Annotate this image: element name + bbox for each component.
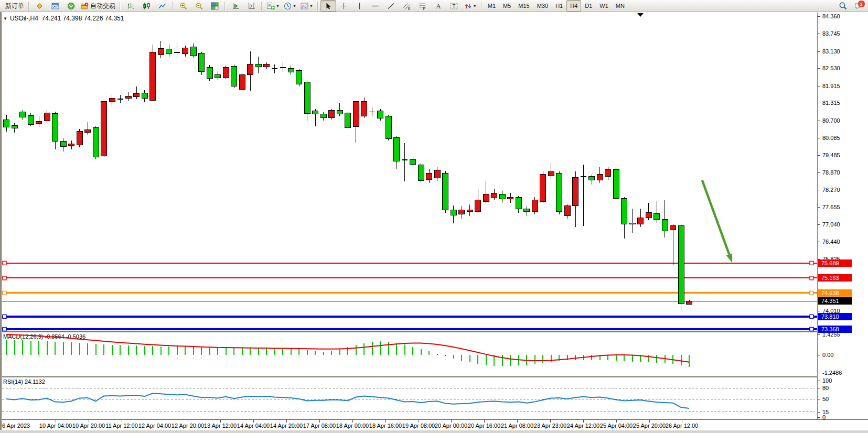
hline-icon <box>371 2 379 10</box>
chart-shift-button[interactable] <box>243 0 259 12</box>
line-chart-button[interactable] <box>154 0 170 12</box>
hline-price-badge: 73.810 <box>818 313 852 320</box>
search-button[interactable] <box>835 0 851 12</box>
signals-button[interactable] <box>63 0 79 12</box>
text-icon: A <box>434 2 442 10</box>
line-handle[interactable] <box>810 261 813 265</box>
line-handle[interactable] <box>3 261 6 265</box>
timeframe-h1-button[interactable]: H1 <box>552 0 566 12</box>
hline-price-badge: 75.163 <box>818 274 852 282</box>
chevron-down-icon[interactable]: ▼ <box>276 4 280 8</box>
timeframe-m5-button[interactable]: M5 <box>499 0 515 12</box>
bottom-strip <box>0 430 868 433</box>
timeframe-mn-button[interactable]: MN <box>612 0 628 12</box>
chevron-down-icon[interactable]: ▼ <box>293 4 296 8</box>
macd-canvas[interactable] <box>0 332 817 376</box>
price-tick-mark <box>818 34 820 34</box>
time-axis-label: 12 Apr 04:00 <box>138 423 171 429</box>
price-tick-mark <box>818 311 820 311</box>
line-handle[interactable] <box>810 315 813 318</box>
price-tick-mark <box>818 207 820 208</box>
arrows-button[interactable]: ▼ <box>462 0 479 12</box>
market-watch-button[interactable] <box>31 0 47 12</box>
autotrading-button-label: 自动交易 <box>90 2 115 10</box>
price-tick-label: 83.130 <box>822 48 840 55</box>
time-axis-label: 20 Apr 16:00 <box>468 423 500 429</box>
chat-icon-wrap: 1 <box>854 2 863 10</box>
chevron-down-icon[interactable]: ▼ <box>473 4 477 8</box>
templates-button[interactable]: ▼ <box>298 0 315 12</box>
auto-scroll-button[interactable] <box>228 0 243 12</box>
macd-tick-mark <box>818 355 820 355</box>
bar-chart-icon <box>127 2 135 10</box>
cursor-button[interactable] <box>320 0 336 12</box>
chevron-down-icon[interactable]: ▼ <box>309 4 313 8</box>
timeframe-w1-button[interactable]: W1 <box>596 0 612 12</box>
horizontal-line-74.638[interactable] <box>0 291 817 295</box>
timeframe-m30-button[interactable]: M30 <box>533 0 552 12</box>
horizontal-line-73.368[interactable] <box>0 327 817 331</box>
hline-price-badge: 75.689 <box>818 259 852 267</box>
zoom-out-button[interactable] <box>191 0 207 12</box>
rsi-panel[interactable]: RSI(14) 24.1132 <box>0 377 817 419</box>
crosshair-button[interactable] <box>336 0 352 12</box>
time-axis-label: 18 Apr 16:00 <box>369 423 402 429</box>
main-chart-panel[interactable]: ▼USOil-,H4 74.241 74.398 74.226 74.351 <box>0 13 817 331</box>
timeframe-h4-button[interactable]: H4 <box>566 0 581 12</box>
timeframe-m15-button[interactable]: M15 <box>515 0 533 12</box>
one-click-trading-expander[interactable]: ▼ <box>3 16 7 21</box>
chat-button[interactable]: 1 <box>851 0 866 12</box>
price-axis[interactable]: 84.36083.74583.13082.53081.91581.31580.7… <box>817 13 868 419</box>
line-handle[interactable] <box>3 291 6 295</box>
line-handle[interactable] <box>810 291 813 295</box>
timeframe-d1-button[interactable]: D1 <box>581 0 596 12</box>
time-axis-label: 21 Apr 08:00 <box>501 423 533 429</box>
macd-histogram <box>6 340 689 367</box>
trend-arrow-annotation[interactable] <box>702 180 732 263</box>
new-chart-button[interactable]: ▼ <box>264 0 282 12</box>
rsi-canvas[interactable] <box>0 377 817 419</box>
timeframe-m1-button[interactable]: M1 <box>484 0 499 12</box>
bar-chart-button[interactable] <box>123 0 138 12</box>
hline-price-badge: 73.368 <box>818 326 852 333</box>
line-handle[interactable] <box>810 327 813 331</box>
vertical-line-button[interactable] <box>352 0 368 12</box>
chart-shift-marker[interactable] <box>637 13 644 17</box>
rsi-tick-mark <box>818 412 820 413</box>
price-tick-mark <box>818 224 820 225</box>
time-axis[interactable]: 6 Apr 202310 Apr 04:0010 Apr 20:0011 Apr… <box>0 419 868 430</box>
line-handle[interactable] <box>810 276 813 280</box>
panel-separator[interactable] <box>0 376 868 377</box>
rsi-tick-label: 100 <box>822 377 832 384</box>
candlestick-chart-button[interactable] <box>138 0 154 12</box>
horizontal-line-73.810[interactable] <box>0 315 817 318</box>
data-window-button[interactable] <box>47 0 63 12</box>
horizontal-line-75.163[interactable] <box>0 276 817 280</box>
new-order-button[interactable]: 新订单 <box>2 0 26 12</box>
line-handle[interactable] <box>3 315 6 318</box>
tile-windows-icon <box>211 2 219 10</box>
macd-panel[interactable]: MACD(12,26,9) -0.8564 -0.5036 <box>0 332 817 376</box>
price-tick-label: 81.915 <box>822 83 840 89</box>
tile-windows-button[interactable] <box>207 0 222 12</box>
line-handle[interactable] <box>3 276 6 280</box>
text-button[interactable]: A <box>431 0 446 12</box>
horizontal-line-button[interactable] <box>368 0 383 12</box>
time-axis-label: 11 Apr 12:00 <box>105 423 138 429</box>
chart-title: ▼USOil-,H4 74.241 74.398 74.226 74.351 <box>3 15 124 22</box>
main-chart-canvas[interactable] <box>0 13 817 331</box>
zoom-in-button[interactable] <box>175 0 191 12</box>
periods-button[interactable]: ▼ <box>282 0 298 12</box>
fibonacci-button[interactable]: F <box>415 0 431 12</box>
autotrading-button[interactable]: 自动交易 <box>79 0 117 12</box>
horizontal-line-75.689[interactable] <box>0 261 817 265</box>
time-axis-label: 25 Apr 04:00 <box>600 423 633 429</box>
svg-text:A: A <box>436 2 442 10</box>
trendline-button[interactable] <box>383 0 399 12</box>
panel-separator[interactable] <box>0 331 868 332</box>
equidistant-channel-button[interactable]: E <box>399 0 415 12</box>
trendline-icon <box>387 2 395 10</box>
line-handle[interactable] <box>3 327 6 331</box>
text-label-button[interactable]: T <box>446 0 462 12</box>
price-tick-label: 80.085 <box>822 135 840 141</box>
